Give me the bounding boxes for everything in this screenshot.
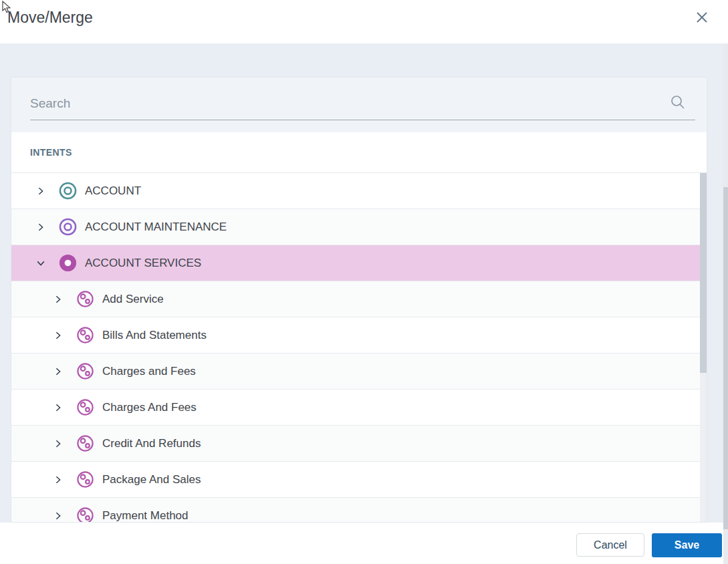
- save-button[interactable]: Save: [652, 533, 722, 557]
- list-scrollbar-track[interactable]: [700, 173, 707, 523]
- intent-icon: [58, 181, 78, 200]
- chevron-right-icon[interactable]: [53, 474, 64, 485]
- page-scrollbar-track[interactable]: [723, 43, 728, 564]
- tree-row-add-service[interactable]: Add Service: [11, 281, 701, 317]
- sub-intent-icon: [76, 325, 95, 345]
- tree-row-label: ACCOUNT MAINTENANCE: [85, 221, 227, 234]
- tree-row-charges-and-fees-upper[interactable]: Charges And Fees: [11, 390, 701, 426]
- tree-row-label: ACCOUNT: [85, 184, 141, 198]
- intent-icon: [58, 217, 78, 237]
- chevron-down-icon[interactable]: [35, 258, 46, 269]
- tree-row-label: Charges And Fees: [102, 401, 197, 414]
- chevron-right-icon[interactable]: [53, 330, 64, 341]
- chevron-right-icon[interactable]: [35, 186, 46, 196]
- list-scrollbar-thumb[interactable]: [700, 173, 707, 373]
- tree-row-label: ACCOUNT SERVICES: [85, 257, 201, 270]
- dialog-footer: Cancel Save: [0, 523, 728, 564]
- tree-row-account[interactable]: ACCOUNT: [11, 173, 701, 209]
- chevron-right-icon[interactable]: [53, 402, 64, 413]
- tree-row-charges-and-fees-lower[interactable]: Charges and Fees: [11, 354, 701, 390]
- dialog-header: Move/Merge: [0, 0, 728, 43]
- intent-icon-selected: [58, 253, 78, 273]
- list-section-title: INTENTS: [30, 147, 72, 158]
- cancel-button[interactable]: Cancel: [576, 533, 644, 557]
- tree-row-package-and-sales[interactable]: Package And Sales: [11, 462, 701, 498]
- dialog-body: INTENTS ACCOUNT: [0, 43, 728, 523]
- tree-row-label: Charges and Fees: [102, 365, 196, 378]
- chevron-right-icon[interactable]: [53, 438, 64, 449]
- search-field-wrapper: [30, 88, 695, 120]
- close-icon: [695, 10, 709, 27]
- dialog-title: Move/Merge: [7, 9, 93, 27]
- search-input[interactable]: [30, 92, 642, 115]
- tree-row-label: Credit And Refunds: [102, 437, 201, 450]
- sub-intent-icon: [76, 398, 95, 417]
- tree-row-label: Add Service: [102, 293, 164, 306]
- search-icon: [669, 94, 687, 114]
- chevron-right-icon[interactable]: [53, 511, 64, 521]
- tree-row-account-maintenance[interactable]: ACCOUNT MAINTENANCE: [11, 209, 701, 245]
- list-section-header: INTENTS: [11, 132, 707, 173]
- intent-tree: ACCOUNT ACCOUNT MAINTENANCE: [11, 173, 707, 523]
- sub-intent-icon: [76, 470, 95, 489]
- mouse-cursor-icon: [1, 1, 13, 17]
- chevron-right-icon[interactable]: [35, 222, 46, 233]
- chevron-right-icon[interactable]: [53, 294, 64, 305]
- tree-row-bills-and-statements[interactable]: Bills And Statements: [11, 317, 701, 354]
- sub-intent-icon: [76, 362, 95, 381]
- close-button[interactable]: [694, 10, 710, 26]
- sub-intent-icon: [76, 289, 95, 309]
- sub-intent-icon: [76, 434, 95, 453]
- intent-picker-panel: INTENTS ACCOUNT: [11, 77, 707, 523]
- tree-row-account-services-selected[interactable]: ACCOUNT SERVICES: [11, 245, 701, 281]
- tree-row-credit-and-refunds[interactable]: Credit And Refunds: [11, 426, 701, 462]
- tree-row-payment-method[interactable]: Payment Method: [11, 498, 701, 523]
- tree-row-label: Bills And Statements: [102, 329, 207, 342]
- tree-row-label: Package And Sales: [102, 473, 201, 486]
- tree-row-label: Payment Method: [102, 509, 189, 523]
- page-scrollbar-thumb[interactable]: [723, 187, 728, 529]
- chevron-right-icon[interactable]: [53, 366, 64, 377]
- sub-intent-icon: [76, 506, 95, 523]
- search-section: [11, 78, 707, 132]
